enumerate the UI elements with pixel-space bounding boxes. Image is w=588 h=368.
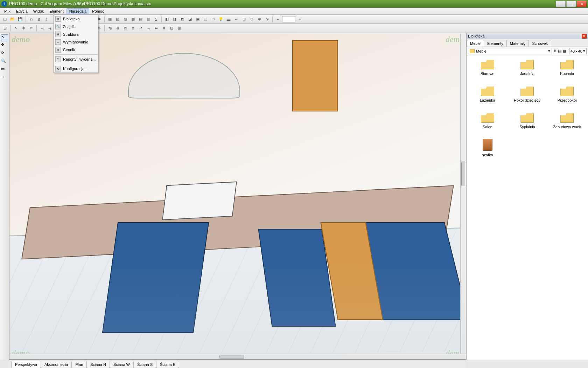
more4-icon[interactable]: ⊞	[176, 25, 183, 32]
tool-a-icon[interactable]: ◧	[163, 16, 170, 23]
dd-raporty[interactable]: ΣRaporty i wycena...	[54, 55, 98, 63]
library-view2-icon[interactable]: ▦	[563, 49, 566, 53]
view-mode6-icon[interactable]: ▥	[145, 16, 152, 23]
move-icon[interactable]: ✥	[20, 25, 27, 32]
view-mode3-icon[interactable]: ▨	[122, 16, 129, 23]
snap-grid-icon[interactable]: ⊞	[1, 25, 8, 32]
pan-icon[interactable]: ✥	[1, 42, 8, 49]
tool-b-icon[interactable]: ◨	[171, 16, 178, 23]
ungroup-icon[interactable]: ⧈	[130, 25, 136, 32]
measure-icon[interactable]: ↔	[1, 75, 8, 82]
save-icon[interactable]: 💾	[17, 16, 24, 23]
zoom-input[interactable]	[282, 16, 295, 22]
dd-biblioteka[interactable]: ▥Biblioteka	[54, 15, 98, 23]
library-tab-schowek[interactable]: Schowek	[528, 40, 551, 47]
tool-h-icon[interactable]: ▬	[225, 16, 232, 23]
view-tab-sciana-e[interactable]: Ściana E	[156, 361, 179, 368]
tool-c-icon[interactable]: ◩	[179, 16, 186, 23]
more2-icon[interactable]: ⬍	[160, 25, 167, 32]
magnet-icon[interactable]: ⊙	[248, 16, 255, 23]
library-item[interactable]: Biurowe	[469, 59, 506, 76]
library-item[interactable]: Przedpokój	[548, 86, 586, 102]
library-tab-materialy[interactable]: Materiały	[506, 40, 529, 47]
orbit-icon[interactable]: ⟳	[1, 50, 8, 57]
menu-widok[interactable]: Widok	[30, 8, 47, 14]
grid-icon[interactable]: ⊞	[240, 16, 247, 23]
print-icon[interactable]: ⎙	[28, 16, 35, 23]
front-icon[interactable]: ⬏	[137, 25, 144, 32]
scrollbar-thumb[interactable]	[461, 162, 465, 186]
wall-icon[interactable]: ▭	[1, 67, 8, 74]
view-mode5-icon[interactable]: ▤	[137, 16, 144, 23]
dist-v-icon[interactable]: ⇵	[114, 25, 121, 32]
viewport-scrollbar-horizontal[interactable]	[9, 354, 466, 359]
zoom-out-icon[interactable]: −	[274, 16, 281, 23]
library-item[interactable]: Zabudowa wnęk	[548, 112, 586, 129]
dd-konfiguracja[interactable]: ⚙Konfiguracja...	[54, 65, 98, 73]
globe2-icon[interactable]: ⊗	[264, 16, 271, 23]
tool-f-icon[interactable]: ▢	[202, 16, 209, 23]
library-path-dropdown[interactable]: Meble ▾	[468, 48, 552, 54]
menu-narzedzia[interactable]: Narzędzia	[66, 8, 90, 14]
globe-icon[interactable]: ⊕	[256, 16, 263, 23]
view-tab-sciana-w[interactable]: Ściana W	[110, 361, 134, 368]
library-item[interactable]: szafka	[469, 139, 506, 157]
library-item[interactable]: Łazienka	[469, 86, 506, 102]
cursor-icon[interactable]: ↖	[1, 34, 8, 41]
view-mode2-icon[interactable]: ▧	[114, 16, 121, 23]
close-button[interactable]: ✕	[577, 1, 587, 7]
viewport-scrollbar-vertical[interactable]	[460, 33, 466, 354]
library-view1-icon[interactable]: ▤	[558, 49, 561, 53]
library-item[interactable]: Kuchnia	[548, 59, 586, 76]
dd-cennik[interactable]: ¢Cennik	[54, 46, 98, 54]
minimize-button[interactable]: ─	[556, 1, 566, 7]
rotate-icon[interactable]: ⟳	[28, 25, 35, 32]
new-icon[interactable]: ▢	[1, 16, 8, 23]
library-thumb-size[interactable]: 48 x 48 ▾	[569, 48, 587, 54]
more1-icon[interactable]: ⬌	[153, 25, 160, 32]
view-tab-aksonometria[interactable]: Aksonometria	[41, 361, 72, 368]
scrollbar-thumb[interactable]	[219, 355, 244, 359]
back-icon[interactable]: ⬎	[145, 25, 152, 32]
select-icon[interactable]: ↖	[12, 25, 19, 32]
library-item[interactable]: Sypialnia	[509, 112, 546, 129]
tool-e-icon[interactable]: ▣	[194, 16, 201, 23]
dim-icon[interactable]: ↔	[233, 16, 240, 23]
more3-icon[interactable]: ⊟	[168, 25, 175, 32]
dd-struktura[interactable]: ⊞Struktura	[54, 30, 98, 38]
view-mode4-icon[interactable]: ▩	[130, 16, 136, 23]
dd-wymiarowanie[interactable]: ↔Wymiarowanie	[54, 38, 98, 46]
group-icon[interactable]: ⧉	[122, 25, 129, 32]
align-l-icon[interactable]: ⫤	[38, 25, 46, 32]
view-tab-sciana-n[interactable]: Ściana N	[86, 361, 110, 368]
menu-edycja[interactable]: Edycja	[13, 8, 30, 14]
library-item[interactable]: Jadalnia	[509, 59, 546, 76]
menu-element[interactable]: Element	[47, 8, 66, 14]
library-up-icon[interactable]: ⬆	[553, 49, 556, 53]
align-c-icon[interactable]: ⫥	[46, 25, 53, 32]
dist-h-icon[interactable]: ↹	[106, 25, 113, 32]
view-tab-plan[interactable]: Plan	[71, 361, 87, 368]
export-icon[interactable]: ⤴	[43, 16, 50, 23]
library-item[interactable]: Salon	[469, 112, 506, 129]
viewport-3d[interactable]: demo demo demo demo	[9, 33, 466, 360]
view-tab-sciana-s[interactable]: Ściana S	[133, 361, 156, 368]
library-item[interactable]: Pokój dziecięcy	[509, 86, 546, 102]
zoom-icon[interactable]: 🔍	[1, 59, 8, 66]
tool-d-icon[interactable]: ◪	[187, 16, 194, 23]
zoom-in-icon[interactable]: ＋	[296, 16, 303, 23]
dd-znajdz[interactable]: 🔍Znajdź	[54, 23, 98, 30]
sum-icon[interactable]: Σ	[153, 16, 160, 23]
menu-plik[interactable]: Plik	[1, 8, 13, 14]
menu-pomoc[interactable]: Pomoc	[89, 8, 107, 14]
print-preview-icon[interactable]: 🗎	[35, 16, 42, 23]
view-tab-perspektywa[interactable]: Perspektywa	[11, 361, 41, 368]
library-tab-meble[interactable]: Meble	[467, 40, 484, 47]
maximize-button[interactable]: ▢	[566, 1, 576, 7]
library-close-icon[interactable]: ✕	[582, 34, 587, 39]
view-mode-icon[interactable]: ▦	[106, 16, 113, 23]
light-icon[interactable]: 💡	[217, 16, 224, 23]
tool-g-icon[interactable]: ▭	[210, 16, 217, 23]
open-icon[interactable]: 📂	[9, 16, 16, 23]
library-tab-elementy[interactable]: Elementy	[484, 40, 507, 47]
